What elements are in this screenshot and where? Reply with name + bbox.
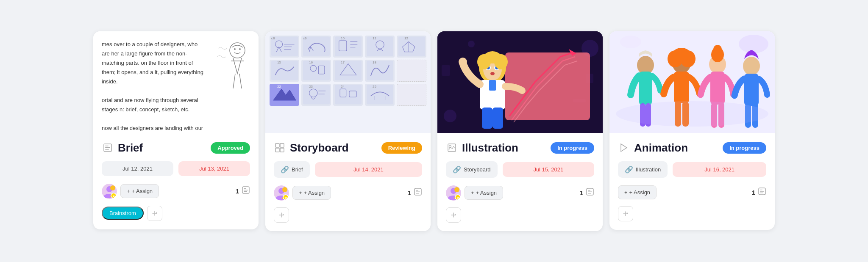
link-brief-storyboard[interactable]: 🔗 Brief [274, 161, 310, 178]
start-date-brief[interactable]: Jul 12, 2021 [102, 161, 173, 176]
avatar-storyboard: ★ [274, 185, 289, 201]
link-illustration-animation[interactable]: 🔗 Illustration [618, 161, 668, 178]
card-title-group-animation: Animation [618, 141, 688, 154]
svg-rect-48 [416, 193, 419, 193]
task-icon-illustration [586, 188, 594, 198]
assign-left-illustration: ★ + + Assign [446, 185, 503, 201]
svg-point-105 [743, 57, 760, 75]
card-header-illustration: Illustration In progress [446, 141, 594, 154]
svg-point-9 [110, 185, 115, 190]
card-body-storyboard: Storyboard Reviewing 🔗 Brief Jul 14, 202… [265, 133, 431, 231]
sb-cell-15: 15 [270, 60, 299, 82]
svg-point-50 [444, 110, 456, 122]
sb-cell-empty-2 [397, 84, 426, 106]
badge-animation: In progress [723, 142, 766, 154]
due-date-brief[interactable]: Jul 13, 2021 [178, 161, 250, 176]
svg-rect-36 [275, 143, 279, 147]
assign-left-animation: + + Assign [618, 185, 657, 199]
sb-cell-22: 22 [270, 84, 299, 106]
svg-point-95 [672, 48, 691, 61]
svg-rect-14 [244, 190, 248, 190]
assign-button-storyboard[interactable]: + + Assign [292, 186, 331, 200]
card-title-group-illustration: Illustration [446, 141, 518, 154]
sb-cell-8: c8 [270, 36, 299, 58]
svg-point-78 [454, 187, 459, 192]
add-tag-storyboard[interactable] [274, 207, 289, 223]
svg-rect-21 [367, 36, 393, 56]
sb-cell-17: 17 [333, 60, 363, 82]
badge-storyboard: Reviewing [381, 142, 422, 154]
assign-left-brief: ★ + + Assign [102, 184, 159, 199]
assign-plus-icon: + [127, 188, 130, 194]
svg-point-109 [616, 101, 768, 127]
task-count-animation: 1 [752, 189, 755, 196]
tags-row-brief: Brainstrom [102, 206, 250, 221]
svg-rect-4 [105, 146, 108, 146]
due-date-animation[interactable]: Jul 16, 2021 [673, 162, 766, 177]
card-illustration: Illustration In progress 🔗 Storyboard Ju… [437, 31, 603, 231]
card-image-illustration [437, 31, 603, 133]
avatar-brief: ★ [102, 184, 117, 199]
task-icon-storyboard [414, 188, 422, 198]
add-tag-illustration[interactable] [446, 207, 461, 223]
svg-text:★: ★ [284, 196, 287, 200]
svg-point-65 [490, 72, 495, 75]
animation-icon [618, 142, 630, 154]
assign-row-storyboard: ★ + + Assign 1 [274, 185, 422, 201]
card-header-animation: Animation In progress [618, 141, 766, 154]
svg-rect-13 [244, 188, 246, 189]
due-date-storyboard[interactable]: Jul 14, 2021 [315, 162, 422, 177]
sb-cell-23: 23 [301, 84, 331, 106]
assign-right-illustration: 1 [580, 188, 594, 198]
add-tag-brief[interactable] [147, 206, 162, 221]
link-storyboard-illustration[interactable]: 🔗 Storyboard [446, 161, 498, 178]
tags-row-animation [618, 206, 766, 221]
assign-button-animation[interactable]: + + Assign [618, 185, 657, 199]
svg-rect-6 [105, 149, 109, 150]
svg-rect-23 [398, 36, 425, 56]
card-body-brief: Brief Approved Jul 12, 2021 Jul 13, 2021 [93, 133, 259, 229]
sb-cell-16: 16 [301, 60, 331, 82]
sb-cell-10: 10 [333, 36, 363, 58]
storyboard-icon [274, 142, 286, 154]
svg-point-1 [234, 48, 236, 50]
sb-cell-9: c9 [301, 36, 331, 58]
sb-cell-12: 12 [397, 36, 426, 58]
link-icon-animation: 🔗 [625, 165, 633, 174]
card-body-animation: Animation In progress 🔗 Illustration Jul… [609, 133, 775, 230]
svg-marker-110 [621, 144, 627, 152]
svg-point-53 [468, 41, 475, 47]
tag-brainstrom[interactable]: Brainstrom [102, 207, 144, 220]
add-tag-animation[interactable] [618, 206, 633, 221]
card-title-group-brief: Brief [102, 141, 143, 154]
brief-sketch-image [212, 40, 250, 124]
svg-rect-73 [492, 108, 503, 129]
card-body-illustration: Illustration In progress 🔗 Storyboard Ju… [437, 133, 603, 231]
brief-icon [102, 142, 114, 154]
sb-cell-24: 24 [333, 84, 363, 106]
card-header-brief: Brief Approved [102, 141, 250, 154]
card-image-brief: mes over to a couple of designers, who a… [93, 31, 259, 133]
illustration-artwork [437, 31, 603, 133]
card-dates-animation: 🔗 Illustration Jul 16, 2021 [618, 161, 766, 178]
svg-rect-54 [442, 65, 450, 76]
svg-rect-82 [588, 190, 590, 190]
assign-button-illustration[interactable]: + + Assign [465, 186, 503, 200]
svg-point-42 [282, 187, 287, 192]
svg-rect-30 [303, 85, 330, 104]
svg-rect-18 [303, 36, 330, 56]
card-dates-storyboard: 🔗 Brief Jul 14, 2021 [274, 161, 422, 178]
card-header-storyboard: Storyboard Reviewing [274, 141, 422, 154]
task-count-illustration: 1 [580, 189, 583, 196]
link-icon-storyboard: 🔗 [281, 165, 289, 174]
sb-cell-25: 25 [365, 84, 395, 106]
task-count-storyboard: 1 [408, 189, 411, 196]
card-title-group-storyboard: Storyboard [274, 141, 349, 154]
card-title-storyboard: Storyboard [290, 141, 349, 154]
sb-cell-11: 11 [365, 36, 395, 58]
svg-point-68 [484, 52, 501, 63]
due-date-illustration[interactable]: Jul 15, 2021 [503, 162, 594, 177]
animation-artwork [609, 31, 775, 133]
assign-button-brief[interactable]: + + Assign [120, 184, 159, 198]
svg-rect-37 [280, 143, 284, 147]
